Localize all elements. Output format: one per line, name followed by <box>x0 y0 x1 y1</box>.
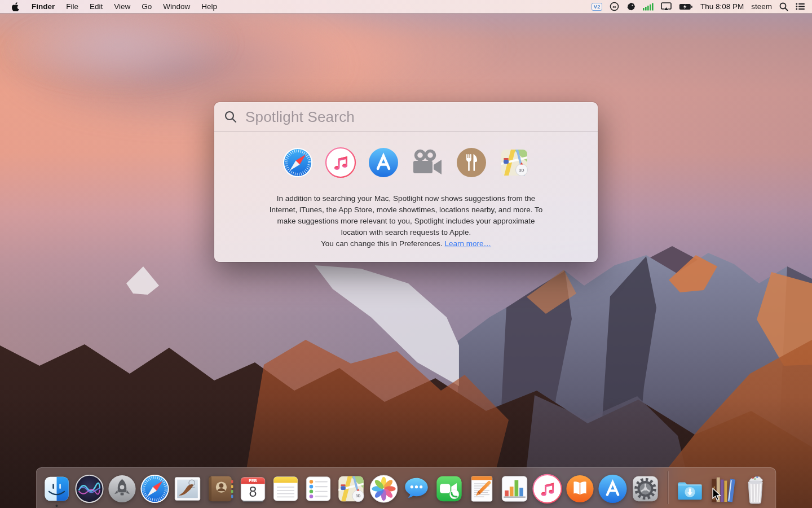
mouse-cursor <box>712 488 722 501</box>
photos-icon <box>369 474 399 504</box>
system-preferences-icon <box>630 474 661 504</box>
dock-item-pages[interactable] <box>467 474 497 504</box>
menu-view[interactable]: View <box>108 0 136 13</box>
dock-item-finder[interactable] <box>42 474 72 504</box>
dock-item-siri[interactable] <box>74 474 105 504</box>
menu-bar-left: Finder File Edit View Go Window Help <box>0 0 223 13</box>
dock-divider <box>668 471 668 504</box>
spotlight-search-input[interactable] <box>244 108 588 126</box>
menu-go[interactable]: Go <box>136 0 157 13</box>
dock-item-itunes[interactable] <box>532 474 563 504</box>
dock-item-ibooks[interactable] <box>565 474 595 504</box>
safari-icon <box>282 147 314 178</box>
siri-icon <box>74 474 105 504</box>
description-line: make suggestions more relevant to you, S… <box>214 216 598 227</box>
dock-item-contacts[interactable] <box>205 474 236 504</box>
learn-more-link[interactable]: Learn more… <box>445 239 492 248</box>
dock-item-launchpad[interactable] <box>107 474 138 504</box>
dock-item-notes[interactable] <box>271 474 301 504</box>
airplay-display-status-icon[interactable] <box>661 2 672 11</box>
dock-item-trash[interactable] <box>740 474 771 504</box>
creative-cloud-status-icon[interactable]: ∞ <box>610 2 619 11</box>
svg-text:8: 8 <box>249 484 257 500</box>
svg-text:FEB: FEB <box>249 478 257 483</box>
dock-item-facetime[interactable] <box>434 474 465 504</box>
spotlight-panel: 3D In addition to searching your Mac, Sp… <box>214 102 598 262</box>
svg-text:∞: ∞ <box>612 4 616 10</box>
app-store-icon <box>368 147 399 178</box>
pages-icon <box>467 474 497 504</box>
ibooks-icon <box>565 474 595 504</box>
vpn-v2-status-icon[interactable]: V2 <box>592 3 602 11</box>
user-menu[interactable]: steem <box>751 2 772 11</box>
menu-file[interactable]: File <box>60 0 84 13</box>
dock: FEB8 3D CALIBRE <box>36 467 776 508</box>
dock-item-photos[interactable] <box>369 474 399 504</box>
finder-icon <box>42 474 72 504</box>
menu-edit[interactable]: Edit <box>84 0 108 13</box>
itunes-icon <box>532 474 563 504</box>
messages-icon <box>401 474 432 504</box>
signal-bars-status-icon[interactable] <box>643 3 654 11</box>
dock-item-mail[interactable] <box>173 474 203 504</box>
preferences-note: You can change this in Preferences. <box>321 239 443 248</box>
running-indicator <box>56 505 58 507</box>
menu-bar-status: V2 ∞ Thu 8:08 PM steem <box>592 2 812 11</box>
notes-icon <box>271 474 301 504</box>
restaurants-icon <box>456 147 487 178</box>
launchpad-icon <box>107 474 138 504</box>
maps-icon: 3D <box>498 147 530 178</box>
dock-item-numbers[interactable] <box>500 474 530 504</box>
apple-menu[interactable] <box>6 2 26 11</box>
downloads-folder-icon <box>675 474 705 504</box>
vpn-badge-label: V2 <box>594 3 601 10</box>
battery-charging-status-icon[interactable] <box>679 3 693 10</box>
description-line: location with search requests to Apple. <box>214 227 598 238</box>
svg-text:3D: 3D <box>519 168 524 172</box>
itunes-icon <box>325 147 356 178</box>
description-line: In addition to searching your Mac, Spotl… <box>214 193 598 204</box>
spotlight-divider <box>214 132 598 132</box>
facetime-icon <box>434 474 465 504</box>
maps-icon: 3D <box>336 474 367 504</box>
safari-icon <box>140 474 170 504</box>
description-line: You can change this in Preferences.Learn… <box>214 238 598 249</box>
spotlight-search-row <box>214 102 598 132</box>
contacts-icon <box>205 474 236 504</box>
dock-item-messages[interactable] <box>401 474 432 504</box>
dock-item-calendar[interactable]: FEB8 <box>238 474 268 504</box>
menu-help[interactable]: Help <box>196 0 223 13</box>
numbers-icon <box>500 474 530 504</box>
reminders-icon <box>303 474 334 504</box>
avast-status-icon[interactable] <box>626 2 636 11</box>
calendar-icon: FEB8 <box>238 474 268 504</box>
dock-item-reminders[interactable] <box>303 474 334 504</box>
dock-item-app-store[interactable] <box>598 474 628 504</box>
app-menu-finder[interactable]: Finder <box>26 0 60 13</box>
dock-item-safari[interactable] <box>140 474 170 504</box>
dock-item-system-preferences[interactable] <box>630 474 661 504</box>
apple-logo-icon <box>12 2 20 11</box>
dock-item-downloads[interactable] <box>675 474 705 504</box>
description-line: Internet, iTunes, the App Store, movie s… <box>214 204 598 216</box>
trash-full-icon <box>740 474 771 504</box>
search-icon <box>224 111 237 123</box>
menu-bar: Finder File Edit View Go Window Help V2 … <box>0 0 812 14</box>
notification-center-icon[interactable] <box>796 3 805 10</box>
app-store-icon <box>598 474 628 504</box>
svg-text:3D: 3D <box>356 494 361 498</box>
dock-item-maps[interactable]: 3D <box>336 474 367 504</box>
menu-window[interactable]: Window <box>157 0 196 13</box>
clock-menu[interactable]: Thu 8:08 PM <box>700 2 744 11</box>
spotlight-description: In addition to searching your Mac, Spotl… <box>214 193 598 249</box>
mail-icon <box>173 474 203 504</box>
spotlight-menu-icon[interactable] <box>779 2 788 11</box>
movie-showtimes-icon <box>411 149 444 176</box>
spotlight-suggestion-icons: 3D <box>214 146 598 179</box>
